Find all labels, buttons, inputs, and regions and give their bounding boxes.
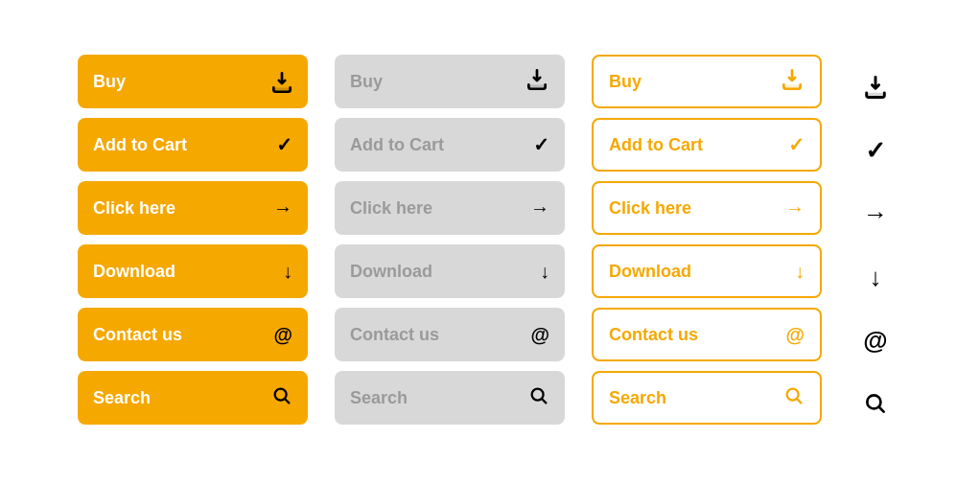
tray-download-icon-solid	[269, 70, 292, 93]
buy-label-gray: Buy	[350, 72, 383, 92]
buy-button-solid[interactable]: Buy	[78, 55, 308, 108]
add-to-cart-button-outline[interactable]: Add to Cart ✓	[592, 118, 822, 172]
checkmark-standalone-icon: ✓	[849, 124, 902, 177]
download-button-gray[interactable]: Download ↓	[335, 244, 565, 298]
click-here-label-gray: Click here	[350, 198, 432, 219]
add-to-cart-label-outline: Add to Cart	[609, 135, 703, 155]
download-label-outline: Download	[609, 262, 691, 282]
tray-download-icon-gray	[525, 67, 549, 97]
search-button-outline[interactable]: Search	[592, 371, 822, 425]
at-sign-icon-solid: @	[273, 324, 292, 346]
arrow-right-icon-solid: →	[273, 197, 292, 219]
outline-button-column: Buy Add to Cart ✓ Click here → Download …	[592, 55, 822, 425]
add-to-cart-button-gray[interactable]: Add to Cart ✓	[335, 118, 565, 172]
arrow-down-standalone-icon: ↓	[849, 250, 902, 304]
download-button-solid[interactable]: Download ↓	[78, 244, 308, 298]
search-icon-gray	[528, 385, 549, 411]
search-label-outline: Search	[609, 388, 666, 408]
svg-rect-4	[783, 84, 800, 88]
click-here-label-solid: Click here	[93, 198, 175, 219]
svg-rect-6	[867, 93, 885, 98]
at-sign-icon-outline: @	[785, 324, 805, 346]
arrow-right-icon-outline: →	[785, 197, 805, 219]
contact-us-button-solid[interactable]: Contact us @	[78, 308, 308, 361]
svg-rect-2	[528, 84, 545, 88]
download-label-gray: Download	[350, 262, 432, 282]
add-to-cart-label-gray: Add to Cart	[350, 135, 444, 155]
tray-download-standalone-icon	[849, 60, 902, 114]
click-here-label-outline: Click here	[609, 198, 691, 219]
gray-button-column: Buy Add to Cart ✓ Click here → Download …	[335, 55, 565, 425]
checkmark-icon-outline: ✓	[788, 133, 805, 156]
arrow-right-standalone-icon: →	[849, 187, 902, 241]
at-sign-icon-gray: @	[530, 324, 549, 346]
checkmark-icon-gray: ✓	[533, 133, 549, 156]
search-standalone-icon	[849, 377, 902, 430]
buy-label-solid: Buy	[93, 72, 126, 92]
contact-us-label-solid: Contact us	[93, 325, 182, 345]
solid-button-column: Buy Add to Cart ✓ Click here → Download …	[78, 55, 308, 425]
tray-download-icon-outline	[780, 67, 805, 97]
search-label-solid: Search	[93, 388, 151, 408]
click-here-button-solid[interactable]: Click here →	[78, 181, 308, 235]
buy-label-outline: Buy	[609, 72, 642, 92]
search-label-gray: Search	[350, 388, 408, 408]
arrow-down-icon-outline: ↓	[795, 261, 805, 283]
main-container: Buy Add to Cart ✓ Click here → Download …	[39, 26, 941, 459]
search-button-gray[interactable]: Search	[335, 371, 565, 425]
search-button-solid[interactable]: Search	[78, 371, 308, 425]
arrow-down-icon-gray: ↓	[540, 261, 549, 283]
at-sign-standalone-icon: @	[849, 313, 902, 367]
click-here-button-outline[interactable]: Click here →	[592, 181, 822, 235]
download-button-outline[interactable]: Download ↓	[592, 244, 822, 298]
add-to-cart-button-solid[interactable]: Add to Cart ✓	[78, 118, 308, 172]
download-label-solid: Download	[93, 262, 175, 282]
contact-us-button-gray[interactable]: Contact us @	[335, 308, 565, 361]
checkmark-icon-solid: ✓	[276, 133, 292, 156]
contact-us-label-outline: Contact us	[609, 325, 698, 345]
svg-rect-0	[273, 87, 290, 91]
contact-us-button-outline[interactable]: Contact us @	[592, 308, 822, 361]
add-to-cart-label-solid: Add to Cart	[93, 135, 187, 155]
icon-only-column: ✓ → ↓ @	[849, 55, 902, 430]
search-icon-solid	[271, 385, 292, 411]
arrow-down-icon-solid: ↓	[283, 261, 292, 283]
search-icon-outline	[783, 385, 805, 411]
click-here-button-gray[interactable]: Click here →	[335, 181, 565, 235]
contact-us-label-gray: Contact us	[350, 325, 439, 345]
buy-button-outline[interactable]: Buy	[592, 55, 822, 108]
arrow-right-icon-gray: →	[530, 197, 549, 219]
buy-button-gray[interactable]: Buy	[335, 55, 565, 108]
